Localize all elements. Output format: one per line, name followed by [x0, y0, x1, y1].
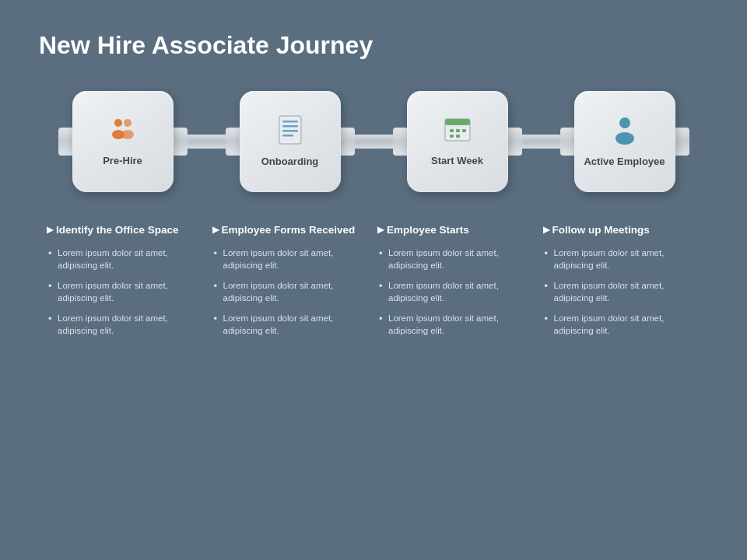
bullet-list-4: Lorem ipsum dolor sit amet, adipiscing e…: [543, 247, 701, 338]
bullet-4-1: Lorem ipsum dolor sit amet, adipiscing e…: [543, 247, 701, 271]
stage-pre-hire: Pre-Hire: [39, 91, 206, 192]
content-col-3: Employee Starts Lorem ipsum dolor sit am…: [377, 223, 535, 345]
bullet-2-2: Lorem ipsum dolor sit amet, adipiscing e…: [212, 279, 370, 304]
bullet-1-3: Lorem ipsum dolor sit amet, adipiscing e…: [47, 312, 205, 337]
tab-right-2: [341, 128, 355, 156]
tab-left-4: [560, 128, 574, 156]
stage-box-pre-hire: Pre-Hire: [72, 91, 174, 192]
content-row: Identify the Office Space Lorem ipsum do…: [39, 223, 708, 345]
svg-rect-13: [462, 129, 466, 132]
bullet-1-1: Lorem ipsum dolor sit amet, adipiscing e…: [47, 247, 205, 271]
tab-right-1: [174, 128, 188, 156]
tab-left-3: [393, 128, 407, 156]
stage-box-active-employee: Active Employee: [574, 91, 675, 192]
stage-onboarding: Onboarding: [206, 91, 374, 192]
stage-label-start-week: Start Week: [431, 155, 483, 168]
svg-rect-5: [282, 121, 298, 123]
svg-rect-10: [445, 119, 470, 125]
stage-start-week: Start Week: [374, 91, 541, 192]
bullet-3-3: Lorem ipsum dolor sit amet, adipiscing e…: [377, 312, 535, 337]
pre-hire-icon: [107, 116, 139, 149]
col-heading-2: Employee Forms Received: [212, 223, 370, 237]
tab-right-4: [675, 128, 689, 156]
active-employee-icon: [612, 115, 637, 149]
stage-box-start-week: Start Week: [407, 91, 508, 192]
bullet-list-1: Lorem ipsum dolor sit amet, adipiscing e…: [47, 247, 205, 338]
bullet-4-3: Lorem ipsum dolor sit amet, adipiscing e…: [543, 312, 701, 337]
bullet-3-2: Lorem ipsum dolor sit amet, adipiscing e…: [377, 279, 535, 304]
tab-left-1: [58, 128, 72, 156]
svg-rect-12: [456, 129, 460, 132]
stages-row: Pre-Hire: [39, 91, 708, 192]
start-week-icon: [444, 116, 472, 149]
svg-point-0: [114, 119, 122, 127]
svg-point-1: [124, 119, 132, 127]
bullet-1-2: Lorem ipsum dolor sit amet, adipiscing e…: [47, 279, 205, 304]
page-title: New Hire Associate Journey: [39, 31, 708, 60]
bullet-4-2: Lorem ipsum dolor sit amet, adipiscing e…: [543, 279, 701, 304]
bullet-3-1: Lorem ipsum dolor sit amet, adipiscing e…: [377, 247, 535, 271]
svg-rect-14: [450, 135, 454, 138]
tab-right-3: [508, 128, 522, 156]
stage-box-onboarding: Onboarding: [240, 91, 341, 192]
col-heading-1: Identify the Office Space: [47, 223, 205, 237]
svg-rect-7: [282, 130, 298, 132]
svg-point-16: [619, 117, 630, 128]
bullet-list-2: Lorem ipsum dolor sit amet, adipiscing e…: [212, 247, 370, 338]
svg-rect-11: [450, 129, 454, 132]
col-heading-4: Follow up Meetings: [543, 223, 701, 237]
tab-left-2: [226, 128, 240, 156]
bullet-2-3: Lorem ipsum dolor sit amet, adipiscing e…: [212, 312, 370, 337]
svg-rect-15: [456, 135, 460, 138]
stage-label-pre-hire: Pre-Hire: [103, 155, 142, 168]
col-heading-3: Employee Starts: [377, 223, 535, 237]
slide: New Hire Associate Journey: [0, 0, 747, 560]
bullet-list-3: Lorem ipsum dolor sit amet, adipiscing e…: [377, 247, 535, 338]
bullet-2-1: Lorem ipsum dolor sit amet, adipiscing e…: [212, 247, 370, 271]
stage-active-employee: Active Employee: [541, 91, 708, 192]
onboarding-icon: [277, 115, 303, 149]
svg-rect-6: [282, 125, 298, 128]
content-col-2: Employee Forms Received Lorem ipsum dolo…: [212, 223, 370, 345]
svg-rect-8: [282, 135, 293, 137]
svg-point-3: [121, 130, 134, 139]
stage-label-onboarding: Onboarding: [261, 156, 319, 169]
content-col-1: Identify the Office Space Lorem ipsum do…: [47, 223, 205, 345]
content-col-4: Follow up Meetings Lorem ipsum dolor sit…: [543, 223, 701, 345]
svg-point-17: [615, 132, 634, 145]
stage-label-active-employee: Active Employee: [584, 156, 665, 169]
